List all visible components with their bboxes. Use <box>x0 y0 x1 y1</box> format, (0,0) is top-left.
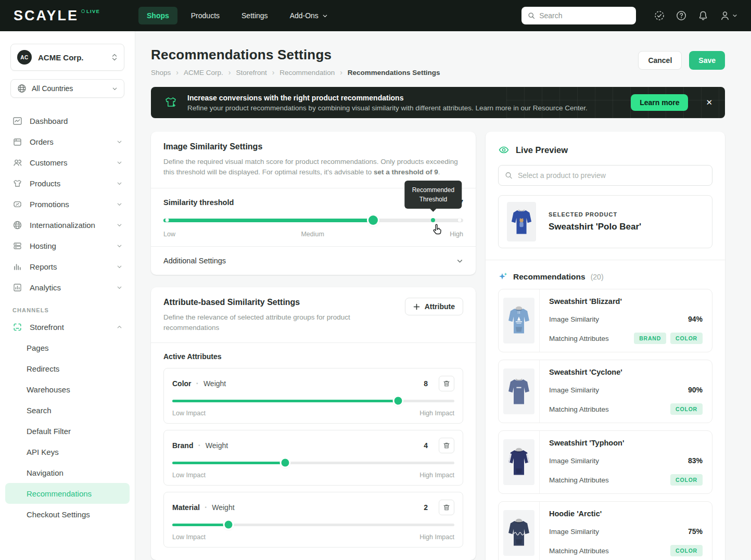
sidebar-item-warehouses[interactable]: Warehouses <box>5 379 130 400</box>
sidebar-item-checkout-settings[interactable]: Checkout Settings <box>5 504 130 525</box>
trash-icon <box>443 442 450 449</box>
sidebar-item-label: Hosting <box>30 241 56 250</box>
sidebar-item-hosting[interactable]: Hosting <box>5 235 130 256</box>
slider-thumb[interactable] <box>281 459 289 467</box>
clock-check-icon <box>654 10 665 21</box>
question-circle-icon <box>676 10 687 21</box>
additional-settings-toggle[interactable]: Additional Settings <box>151 247 476 275</box>
nav-add-ons[interactable]: Add-Ons <box>282 7 336 24</box>
attribute-weight-value: 8 <box>424 379 428 388</box>
selected-product-card[interactable]: SELECTED PRODUCT Sweatshirt 'Polo Bear' <box>498 195 712 248</box>
sidebar-item-analytics[interactable]: Analytics <box>5 277 130 298</box>
recommendations-title: Recommendations <box>513 272 585 282</box>
promotions-icon <box>12 199 22 209</box>
save-button[interactable]: Save <box>689 51 725 70</box>
search-icon <box>505 171 513 180</box>
tshirt-icon <box>12 179 22 188</box>
slider-thumb[interactable] <box>368 215 378 225</box>
attribute-badge-color: COLOR <box>670 333 703 344</box>
tasks-status-button[interactable] <box>654 10 665 21</box>
chevron-down-icon <box>456 258 463 264</box>
country-selector[interactable]: All Countries <box>10 79 124 98</box>
attribute-name: Material <box>172 503 200 512</box>
attribute-weight-slider[interactable] <box>172 520 454 529</box>
sidebar-item-promotions[interactable]: Promotions <box>5 194 130 214</box>
learn-more-button[interactable]: Learn more <box>631 94 688 111</box>
sidebar-item-search[interactable]: Search <box>5 400 130 421</box>
help-button[interactable] <box>676 10 687 21</box>
weight-label: Weight <box>203 379 226 388</box>
country-label: All Countries <box>32 84 73 93</box>
nav-shops[interactable]: Shops <box>138 7 177 24</box>
sidebar-item-reports[interactable]: Reports <box>5 256 130 277</box>
sidebar-item-label: Analytics <box>30 283 61 292</box>
scayle-logo: SCAYLE LIVE <box>14 7 118 24</box>
image-similarity-description: Define the required visual match score f… <box>163 157 463 177</box>
recommendation-card-arctic[interactable]: Hoodie 'Arctic' Image Similarity 75% Mat… <box>498 501 712 560</box>
similarity-threshold-slider[interactable]: RecommendedThreshold <box>163 215 463 225</box>
slider-fill <box>172 524 228 526</box>
shop-selector[interactable]: AC ACME Corp. <box>10 44 124 71</box>
attribute-weight-slider[interactable] <box>172 459 454 467</box>
slider-thumb[interactable] <box>394 397 402 405</box>
chevron-down-icon <box>322 13 328 19</box>
recommended-threshold-marker[interactable] <box>431 218 435 222</box>
global-search-input[interactable] <box>539 11 630 20</box>
breadcrumb-storefront[interactable]: Storefront <box>236 68 279 77</box>
slider-fill <box>172 400 398 402</box>
product-preview-search[interactable] <box>498 165 712 186</box>
nav-products[interactable]: Products <box>183 7 228 24</box>
search-icon <box>528 11 535 20</box>
add-attribute-button[interactable]: Attribute <box>405 298 463 315</box>
sidebar-item-pages[interactable]: Pages <box>5 337 130 358</box>
sidebar-item-default-filter[interactable]: Default Filter <box>5 421 130 441</box>
chevron-down-icon <box>117 222 122 228</box>
notifications-button[interactable] <box>697 10 709 21</box>
user-icon <box>719 10 731 21</box>
delete-attribute-button[interactable] <box>439 438 454 453</box>
chevron-down-icon <box>117 181 122 186</box>
recommendation-image <box>499 431 540 493</box>
image-similarity-label: Image Similarity <box>549 528 599 536</box>
updown-chevron-icon <box>111 53 118 61</box>
sidebar-item-redirects[interactable]: Redirects <box>5 358 130 379</box>
logo-text: SCAYLE <box>14 7 79 24</box>
promo-banner: Increase conversions with the right prod… <box>151 87 725 118</box>
cancel-button[interactable]: Cancel <box>638 51 682 70</box>
recommendation-card-typhoon[interactable]: Sweatshirt 'Typhoon' Image Similarity 83… <box>498 430 712 494</box>
sidebar-item-storefront[interactable]: Storefront <box>5 316 130 337</box>
nav-settings[interactable]: Settings <box>233 7 276 24</box>
plus-icon <box>413 303 420 310</box>
product-preview-search-input[interactable] <box>518 171 706 180</box>
page-title: Recommendations Settings <box>151 47 440 63</box>
chevron-down-icon <box>732 13 737 18</box>
breadcrumb-acme[interactable]: ACME Corp. <box>184 68 236 77</box>
recommendation-card-blizzard[interactable]: Sweatshirt 'Blizzard' Image Similarity 9… <box>498 289 712 352</box>
attribute-name: Brand <box>172 441 193 450</box>
sidebar-item-customers[interactable]: Customers <box>5 152 130 173</box>
slider-track[interactable]: RecommendedThreshold <box>163 219 463 222</box>
breadcrumb-shops[interactable]: Shops <box>151 68 184 77</box>
high-impact-label: High Impact <box>419 472 454 479</box>
sidebar-item-orders[interactable]: Orders <box>5 131 130 152</box>
breadcrumb-recommendation[interactable]: Recommendation <box>279 68 347 77</box>
sidebar-item-recommendations[interactable]: Recommendations <box>5 483 130 504</box>
image-similarity-value: 83% <box>688 456 703 465</box>
sidebar-item-api-keys[interactable]: API Keys <box>5 441 130 462</box>
recommendation-card-cyclone[interactable]: Sweatshirt 'Cyclone' Image Similarity 90… <box>498 360 712 423</box>
live-badge: LIVE <box>81 8 100 14</box>
slider-thumb[interactable] <box>225 521 233 529</box>
attribute-weight-slider[interactable] <box>172 397 454 405</box>
delete-attribute-button[interactable] <box>439 500 454 515</box>
sidebar-item-label: Promotions <box>30 200 69 209</box>
account-menu-button[interactable] <box>719 10 737 21</box>
sidebar-item-products[interactable]: Products <box>5 173 130 194</box>
sidebar-item-internationalization[interactable]: Internationalization <box>5 214 130 235</box>
global-search[interactable] <box>521 7 636 24</box>
delete-attribute-button[interactable] <box>439 376 454 391</box>
trash-icon <box>443 380 450 387</box>
banner-close-button[interactable]: ✕ <box>706 98 712 107</box>
sidebar-item-dashboard[interactable]: Dashboard <box>5 110 130 131</box>
chevron-down-icon <box>117 160 122 166</box>
sidebar-item-navigation[interactable]: Navigation <box>5 462 130 483</box>
